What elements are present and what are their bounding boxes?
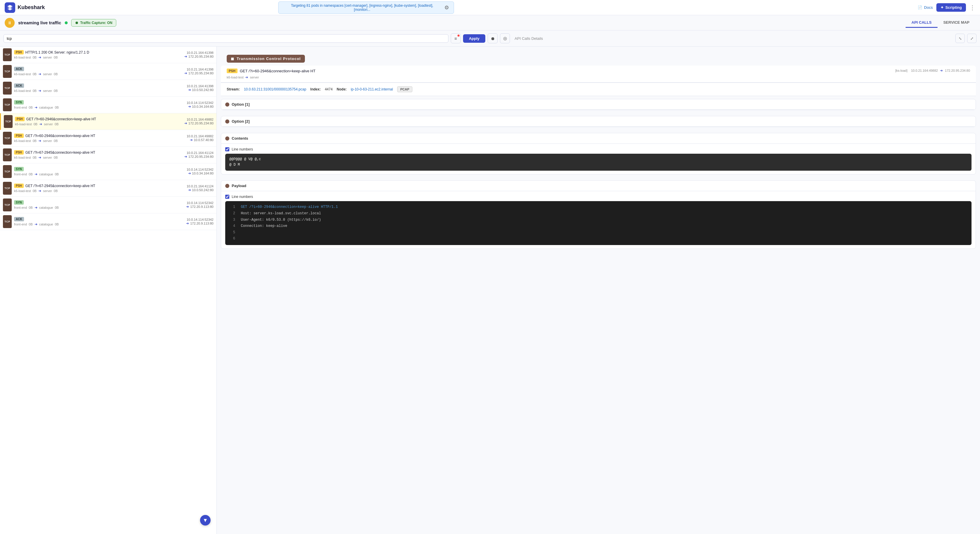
expand-left-button[interactable]: ⤡: [955, 34, 965, 43]
contents-header[interactable]: Contents: [221, 133, 975, 144]
tcp-badge: TCP: [3, 99, 12, 111]
row-header: ACK: [14, 217, 184, 221]
stream-value: 10.0.63.211:31001/000000135754.pcap: [244, 87, 306, 91]
payload-line: 3 User-Agent: k6/0.53.0 (https://k6.io/): [229, 217, 967, 223]
detail-request-title: GET /?i=60-2946&connection=keep-alive HT: [240, 69, 315, 73]
src-service: k6-load-test: [14, 72, 31, 76]
arrow-icon: ➜: [184, 71, 187, 75]
expand-right-button[interactable]: ⤢: [967, 34, 977, 43]
arrow-icon: ➜: [38, 72, 41, 76]
row-right: 10.0.21.164:41398 ➜ 172.20.95.234:80: [184, 68, 213, 75]
traffic-row[interactable]: TCP ACK k6-load-test 0B ➜ server 0B 10.0…: [0, 80, 216, 97]
detail-dst-service: server: [250, 76, 259, 79]
arrow-icon: ➜: [186, 205, 189, 209]
dst-bytes: 0B: [55, 106, 59, 109]
traffic-row[interactable]: TCP SYN front-end 0B ➜ catalogue 0B 10.0…: [0, 164, 216, 180]
detail-stream-row: Stream: 10.0.63.211:31001/000000135754.p…: [221, 83, 976, 96]
traffic-row[interactable]: TCP PSH GET /?i=60-2946&connection=keep-…: [0, 130, 216, 147]
payload-label: Payload: [232, 184, 246, 188]
row-meta: k6-load-test 0B ➜ server 0B: [14, 89, 184, 93]
target-banner: Targeting 81 pods in namespaces [cert-ma…: [278, 2, 454, 14]
payload-text: Host: server.ks-load.svc.cluster.local: [241, 211, 321, 216]
row-meta: front-end 0B ➜ catalogue 0B: [14, 205, 184, 210]
tabs-area: API CALLS SERVICE MAP: [905, 18, 975, 28]
traffic-row[interactable]: TCP PSH HTTP/1.1 200 OK Server: nginx/1.…: [0, 46, 216, 63]
scripting-button[interactable]: ✦ Scripting: [936, 3, 966, 12]
target-icon: ◎: [503, 36, 507, 41]
tab-api-calls[interactable]: API CALLS: [905, 18, 937, 28]
scroll-to-bottom-button[interactable]: ▼: [200, 515, 211, 526]
dst-ip: 10.0.57.40:80: [194, 138, 213, 142]
traffic-row[interactable]: TCP PSH GET /?i=67-2945&connection=keep-…: [0, 147, 216, 164]
row-right: 10.0.21.164:49882 ➜ 10.0.57.40:80: [186, 134, 213, 142]
row-content: PSH GET /?i=60-2946&connection=keep-aliv…: [15, 117, 182, 126]
node-value: ip-10-0-63-211.ec2.internal: [351, 87, 393, 91]
flag-badge: PSH: [14, 150, 24, 154]
payload-line-numbers-checkbox[interactable]: [225, 195, 229, 199]
arrow-icon: ➜: [38, 55, 41, 59]
traffic-row[interactable]: TCP ACK front-end 0B ➜ catalogue 0B 10.0…: [0, 213, 216, 230]
src-bytes: 0B: [29, 222, 32, 226]
pcap-button[interactable]: PCAP: [397, 86, 413, 92]
src-service: front-end: [14, 172, 27, 176]
dst-bytes: 0B: [54, 139, 58, 143]
traffic-capture-button[interactable]: ⏺ Traffic Capture: ON: [71, 19, 116, 27]
detail-right: [ks-load] 10.0.21.164:49882 ➜ 172.20.95.…: [896, 68, 970, 73]
request-dst-ip: 172.20.95.234:80: [945, 69, 970, 72]
payload-header[interactable]: Payload: [221, 181, 975, 191]
more-button[interactable]: ⋮: [969, 4, 975, 11]
option2-header[interactable]: Option [2]: [221, 116, 975, 127]
traffic-row[interactable]: TCP PSH GET /?i=60-2946&connection=keep-…: [0, 113, 216, 130]
traffic-row[interactable]: TCP SYN front-end 0B ➜ catalogue 0B 10.0…: [0, 97, 216, 113]
arrow-icon: ➜: [39, 122, 42, 126]
row-header: SYN: [14, 200, 184, 205]
src-ip: 10.0.14.114:52342: [186, 201, 213, 205]
row-right: 10.0.14.114:52342 ➜ 10.0.34.164:80: [186, 168, 213, 175]
dst-service: catalogue: [39, 222, 53, 226]
section-circle-icon: [225, 137, 229, 140]
row-title: GET /?i=67-2945&connection=keep-alive HT: [25, 184, 95, 188]
option1-header[interactable]: Option [1]: [221, 99, 975, 110]
tab-service-map[interactable]: SERVICE MAP: [937, 18, 975, 28]
src-bytes: 0B: [33, 122, 37, 126]
traffic-row[interactable]: TCP SYN front-end 0B ➜ catalogue 0B 10.0…: [0, 197, 216, 213]
filter-options-button[interactable]: ≡: [451, 33, 461, 43]
payload-line: 6: [229, 236, 967, 242]
src-ip: 10.0.21.164:41398: [184, 68, 213, 71]
row-meta: k6-load-test 0B ➜ server 0B: [15, 122, 182, 126]
dst-ip: 172.20.95.234:80: [188, 121, 213, 125]
row-content: PSH HTTP/1.1 200 OK Server: nginx/1.27.1…: [14, 50, 182, 59]
payload-line: 1 GET /?i=60-2946&connection=keep-alive …: [229, 204, 967, 210]
row-content: PSH GET /?i=60-2946&connection=keep-aliv…: [14, 134, 184, 143]
row-header: PSH GET /?i=67-2945&connection=keep-aliv…: [14, 184, 184, 188]
apply-button[interactable]: Apply: [463, 34, 485, 43]
tcp-badge: TCP: [3, 65, 12, 78]
src-bytes: 0B: [32, 156, 36, 159]
dst-ip: 10.0.50.242:80: [192, 88, 213, 92]
dst-service: server: [43, 72, 52, 76]
row-meta: k6-load-test 0B ➜ server 0B: [14, 55, 182, 59]
src-bytes: 0B: [29, 172, 32, 176]
gear-button[interactable]: ⚙: [444, 5, 449, 11]
src-ip: 10.0.14.114:52342: [186, 168, 213, 171]
filter-input[interactable]: [3, 34, 449, 43]
dst-service: server: [43, 156, 52, 159]
row-right: 10.0.14.114:52342 ➜ 172.20.9.113:80: [186, 218, 213, 226]
topbar-right: 📄 Docs ✦ Scripting ⋮: [918, 3, 975, 12]
traffic-row[interactable]: TCP PSH GET /?i=67-2945&connection=keep-…: [0, 180, 216, 197]
row-right: 10.0.21.164:41398 ➜ 172.20.95.234:80: [184, 51, 213, 59]
payload-text: GET /?i=60-2946&connection=keep-alive HT…: [241, 205, 338, 209]
detail-src-service: k6-load-test: [227, 76, 243, 79]
payload-line: 5: [229, 229, 967, 236]
contents-label: Contents: [232, 136, 248, 140]
pause-button[interactable]: ⏸: [5, 18, 14, 28]
docs-button[interactable]: 📄 Docs: [918, 5, 933, 10]
scripting-icon: ✦: [940, 5, 944, 10]
row-meta: front-end 0B ➜ catalogue 0B: [14, 105, 184, 110]
target-button[interactable]: ◎: [500, 33, 510, 43]
line-numbers-checkbox[interactable]: [225, 147, 229, 151]
row-right: 10.0.14.114:52342 ➜ 10.0.34.164:80: [186, 101, 213, 109]
record-button[interactable]: ⏺: [488, 33, 498, 43]
traffic-row[interactable]: TCP ACK k6-load-test 0B ➜ server 0B 10.0…: [0, 63, 216, 80]
row-right: 10.0.21.164:49882 ➜ 172.20.95.234:80: [184, 118, 213, 125]
